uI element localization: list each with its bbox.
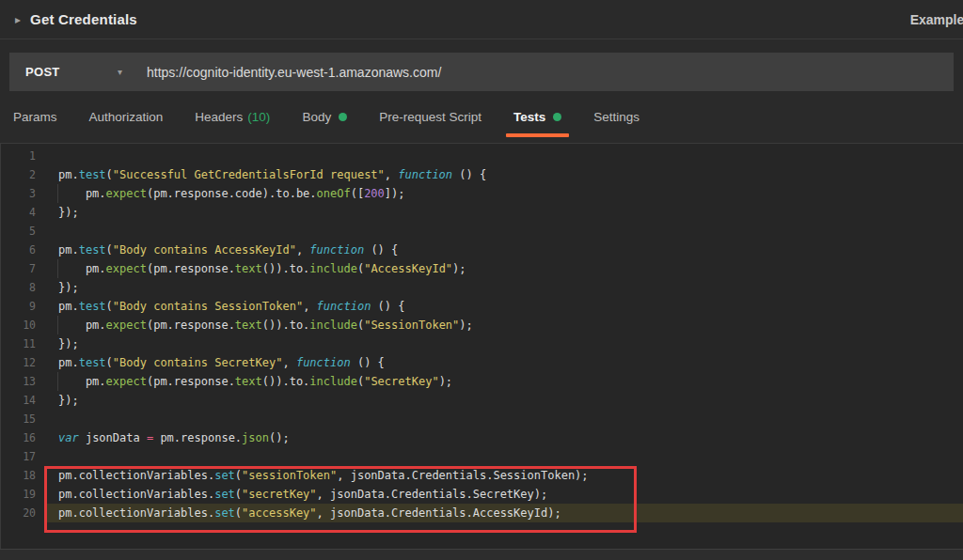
code-line[interactable]: 18pm.collectionVariables.set("sessionTok… xyxy=(1,466,963,485)
collapse-arrow-icon[interactable]: ▸ xyxy=(15,13,21,26)
code-token: jsonData xyxy=(79,431,147,444)
line-number: 20 xyxy=(1,504,44,522)
code-token: oneOf xyxy=(317,187,351,200)
code-line[interactable]: 12pm.test("Body contains SecretKey", fun… xyxy=(1,353,963,372)
code-token: ([ xyxy=(351,187,364,200)
code-line-content: pm.collectionVariables.set("secretKey", … xyxy=(44,485,963,504)
code-line[interactable]: 17 xyxy=(1,447,963,466)
code-line[interactable]: 8}); xyxy=(1,278,963,297)
tab-settings[interactable]: Settings xyxy=(580,91,653,143)
tab-label: Params xyxy=(13,110,57,124)
method-select[interactable]: POST ▾ xyxy=(9,53,137,91)
code-line[interactable]: 20pm.collectionVariables.set("accessKey"… xyxy=(1,504,963,522)
code-line-content xyxy=(44,447,963,466)
code-token: pm. xyxy=(58,300,79,313)
tab-pre-request-script[interactable]: Pre-request Script xyxy=(366,91,495,143)
code-token: "secretKey" xyxy=(242,488,316,501)
code-token: ( xyxy=(106,243,113,257)
code-token: expect xyxy=(106,319,147,332)
code-line[interactable]: 5 xyxy=(1,222,963,241)
code-token: expect xyxy=(106,187,147,200)
code-token: include xyxy=(309,375,357,388)
code-token: }); xyxy=(58,206,79,219)
code-token: function xyxy=(296,356,351,369)
line-number: 3 xyxy=(1,184,44,203)
code-token: "Body contains SessionToken" xyxy=(113,300,303,313)
tab-body[interactable]: Body xyxy=(289,91,360,143)
code-line[interactable]: 15 xyxy=(1,410,963,428)
tab-params[interactable]: Params xyxy=(0,91,71,143)
code-line[interactable]: 10 pm.expect(pm.response.text()).to.incl… xyxy=(1,316,963,334)
green-dot-icon xyxy=(553,113,561,121)
code-line-content: }); xyxy=(44,278,963,297)
code-line[interactable]: 14}); xyxy=(1,391,963,410)
tab-label: Headers xyxy=(195,110,243,124)
tab-label: Pre-request Script xyxy=(379,110,482,124)
code-line[interactable]: 11}); xyxy=(1,334,963,353)
code-token: test xyxy=(79,243,106,257)
code-token: 200 xyxy=(364,187,385,200)
code-line[interactable]: 16var jsonData = pm.response.json(); xyxy=(1,428,963,447)
line-number: 19 xyxy=(1,485,44,504)
code-line[interactable]: 2pm.test("Successful GetCredentialsForId… xyxy=(1,165,963,184)
pane-divider xyxy=(0,549,963,560)
request-editor-window: ▸ Get Credentials Examples POST ▾ https:… xyxy=(0,0,963,560)
code-line-content: pm.expect(pm.response.text()).to.include… xyxy=(44,372,963,391)
code-token: include xyxy=(309,319,357,332)
code-line[interactable]: 19pm.collectionVariables.set("secretKey"… xyxy=(1,485,963,504)
code-line-content: pm.test("Body contains AccessKeyId", fun… xyxy=(44,241,963,259)
line-number: 13 xyxy=(1,372,44,391)
code-line[interactable]: 9pm.test("Body contains SessionToken", f… xyxy=(1,297,963,316)
line-number: 18 xyxy=(1,466,44,485)
code-line-content: pm.collectionVariables.set("accessKey", … xyxy=(44,504,963,522)
code-token: }); xyxy=(58,394,79,407)
code-token: var xyxy=(58,431,79,444)
code-line[interactable]: 1 xyxy=(1,147,963,165)
code-token: test xyxy=(79,300,106,313)
code-token: "Body contains AccessKeyId" xyxy=(113,243,296,257)
code-token: pm.response. xyxy=(153,431,242,444)
code-token: ( xyxy=(106,300,113,313)
code-token: text xyxy=(235,375,262,388)
code-token: ()).to. xyxy=(262,319,310,332)
code-token: ); xyxy=(439,375,452,388)
line-number: 11 xyxy=(1,334,44,353)
code-token: "Successful GetCredentialsForId request" xyxy=(113,168,385,181)
code-token: function xyxy=(398,168,452,181)
tests-code-editor[interactable]: 12pm.test("Successful GetCredentialsForI… xyxy=(0,144,963,549)
line-number: 14 xyxy=(1,391,44,410)
code-token: () { xyxy=(364,243,398,257)
code-token: pm. xyxy=(58,375,106,388)
code-token: pm.collectionVariables. xyxy=(58,488,214,501)
code-token: , jsonData.Credentials.SessionToken); xyxy=(337,469,588,482)
code-token: set xyxy=(214,506,235,520)
url-input[interactable]: https://cognito-identity.eu-west-1.amazo… xyxy=(137,65,954,80)
code-line[interactable]: 6pm.test("Body contains AccessKeyId", fu… xyxy=(1,241,963,259)
code-line[interactable]: 13 pm.expect(pm.response.text()).to.incl… xyxy=(1,372,963,391)
line-number: 12 xyxy=(1,353,44,372)
line-number: 2 xyxy=(1,165,44,184)
code-line-content: }); xyxy=(44,334,963,353)
line-number: 1 xyxy=(1,147,44,165)
tab-count-badge: (10) xyxy=(247,110,270,124)
code-line[interactable]: 3 pm.expect(pm.response.code).to.be.oneO… xyxy=(1,184,963,203)
code-line-content: pm.collectionVariables.set("sessionToken… xyxy=(44,466,963,485)
code-token: text xyxy=(235,319,262,332)
examples-button[interactable]: Examples xyxy=(910,0,963,39)
code-line-content: }); xyxy=(44,391,963,410)
code-token: pm. xyxy=(58,168,79,181)
code-token: , xyxy=(282,356,295,369)
code-line[interactable]: 4}); xyxy=(1,203,963,222)
tab-tests[interactable]: Tests xyxy=(500,91,575,143)
code-line[interactable]: 7 pm.expect(pm.response.text()).to.inclu… xyxy=(1,259,963,278)
code-token: ()).to. xyxy=(262,375,310,388)
tab-label: Tests xyxy=(513,110,545,124)
tab-headers[interactable]: Headers(10) xyxy=(182,91,283,143)
tab-authorization[interactable]: Authorization xyxy=(76,91,177,143)
tab-label: Authorization xyxy=(89,110,164,124)
tab-label: Settings xyxy=(593,110,639,124)
code-token: () { xyxy=(351,356,385,369)
code-token: pm. xyxy=(58,319,106,332)
code-token: test xyxy=(79,168,106,181)
code-token: (pm.response.code).to.be. xyxy=(147,187,317,200)
